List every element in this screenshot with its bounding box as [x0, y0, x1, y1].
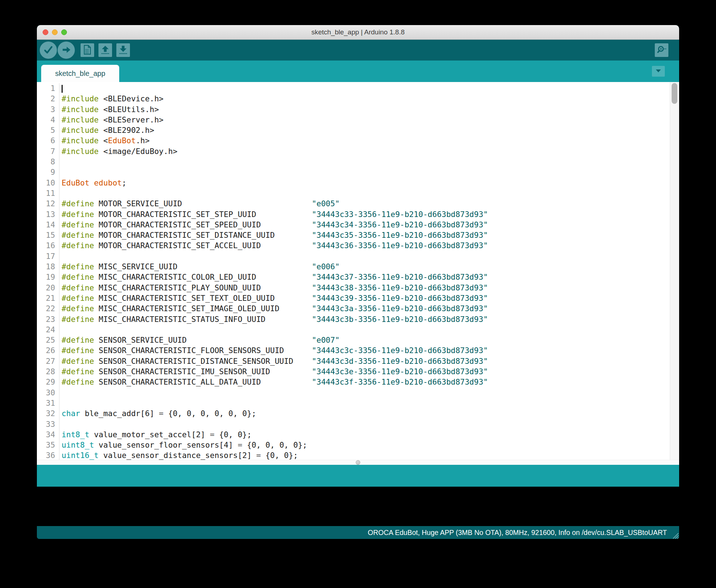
vertical-scrollbar[interactable] — [670, 82, 679, 460]
code-token — [261, 241, 312, 250]
document-icon — [83, 45, 92, 56]
code-line: 3#include <BLEUtils.h> — [37, 104, 670, 115]
code-token: #define — [62, 220, 94, 229]
console-output — [37, 487, 679, 526]
code-token: #define — [62, 273, 94, 281]
line-number: 33 — [37, 419, 59, 429]
code-token: EduBot edubot — [62, 178, 122, 187]
check-icon — [43, 44, 54, 56]
code-token: uint8_t — [62, 440, 94, 449]
code-token: int8_t — [62, 430, 90, 439]
save-button[interactable] — [116, 43, 130, 57]
code-line: 16#define MOTOR_CHARACTERISTIC_SET_ACCEL… — [37, 240, 670, 251]
code-line: 9 — [37, 167, 670, 177]
line-number: 24 — [37, 324, 59, 335]
code-token: SENSOR_SERVICE_UUID — [94, 336, 187, 344]
code-token: #include — [62, 115, 99, 124]
code-line: 12#define MOTOR_SERVICE_UUID "e005" — [37, 198, 670, 209]
code-token: SENSOR_CHARACTERISTIC_IMU_SENSOR_UUID — [94, 367, 270, 376]
code-token: #define — [62, 315, 94, 324]
code-text — [59, 387, 62, 398]
new-sketch-button[interactable] — [81, 43, 94, 57]
code-text — [59, 188, 62, 198]
splitter-handle-dot[interactable] — [356, 460, 361, 465]
code-text: #define MISC_CHARACTERISTIC_STATUS_INFO_… — [59, 314, 488, 324]
code-line: 32char ble_mac_addr[6] = {0, 0, 0, 0, 0,… — [37, 408, 670, 419]
code-token — [261, 377, 312, 386]
code-line: 31 — [37, 398, 670, 408]
code-token: MOTOR_CHARACTERISTIC_SET_SPEED_UUID — [94, 220, 261, 229]
arduino-ide-window: sketch_ble_app | Arduino 1.8.8 — [37, 25, 679, 539]
arrow-up-icon — [100, 44, 111, 56]
code-line: 29#define SENSOR_CHARACTERISTIC_ALL_DATA… — [37, 377, 670, 387]
code-line: 22#define MISC_CHARACTERISTIC_SET_IMAGE_… — [37, 303, 670, 314]
serial-monitor-button[interactable] — [655, 43, 668, 57]
code-text: #define MOTOR_CHARACTERISTIC_SET_SPEED_U… — [59, 220, 488, 230]
code-token: "34443c3a-3356-11e9-b210-d663bd873d93" — [312, 304, 488, 313]
close-button[interactable] — [43, 29, 48, 35]
code-token — [256, 273, 312, 281]
status-bar: OROCA EduBot, Huge APP (3MB No OTA), 80M… — [37, 526, 679, 539]
code-token: ; — [122, 178, 126, 187]
line-number: 27 — [37, 356, 59, 366]
open-button[interactable] — [98, 43, 112, 57]
code-line: 10EduBot edubot; — [37, 178, 670, 188]
code-token: #include — [62, 136, 99, 145]
tab-bar: sketch_ble_app — [37, 61, 679, 82]
line-number: 26 — [37, 345, 59, 356]
code-line: 30 — [37, 387, 670, 398]
line-number: 34 — [37, 429, 59, 440]
code-token: char — [62, 409, 80, 418]
code-editor[interactable]: 12#include <BLEDevice.h>3#include <BLEUt… — [37, 82, 679, 460]
code-token — [187, 336, 312, 344]
code-text: #define MISC_CHARACTERISTIC_COLOR_LED_UU… — [59, 272, 488, 282]
code-token: {0, 0, 0, 0}; — [242, 440, 307, 449]
code-token: "34443c3d-3356-11e9-b210-d663bd873d93" — [312, 357, 488, 366]
code-token — [261, 220, 312, 229]
code-token: #define — [62, 231, 94, 240]
code-line: 11 — [37, 188, 670, 198]
verify-button[interactable] — [40, 42, 57, 59]
code-line: 28#define SENSOR_CHARACTERISTIC_IMU_SENS… — [37, 366, 670, 377]
code-area[interactable]: 12#include <BLEDevice.h>3#include <BLEUt… — [37, 82, 670, 460]
scrollbar-thumb[interactable] — [672, 83, 677, 104]
code-token: <BLEUtils.h> — [99, 105, 159, 114]
minimize-button[interactable] — [52, 29, 58, 35]
code-token: value_sensor_distance_sensors[2] — [99, 451, 256, 460]
code-text: #define SENSOR_SERVICE_UUID "e007" — [59, 335, 340, 345]
code-token: = — [256, 451, 261, 460]
code-text: #define MOTOR_CHARACTERISTIC_SET_ACCEL_U… — [59, 240, 488, 251]
upload-button[interactable] — [58, 42, 75, 59]
zoom-button[interactable] — [61, 29, 67, 35]
code-text: #include <BLEServer.h> — [59, 115, 164, 125]
line-number: 20 — [37, 283, 59, 293]
line-number: 19 — [37, 272, 59, 282]
code-text — [59, 398, 62, 408]
tab-menu-button[interactable] — [652, 66, 665, 77]
code-text — [59, 156, 62, 167]
code-text — [59, 167, 62, 177]
code-token — [275, 231, 312, 240]
titlebar[interactable]: sketch_ble_app | Arduino 1.8.8 — [37, 25, 679, 40]
line-number: 14 — [37, 220, 59, 230]
code-text: uint16_t value_sensor_distance_sensors[2… — [59, 450, 298, 460]
editor-console-splitter[interactable] — [37, 460, 679, 465]
resize-grip[interactable] — [671, 531, 679, 539]
code-token — [275, 294, 312, 303]
code-token: {0, 0}; — [214, 430, 252, 439]
code-token: MOTOR_CHARACTERISTIC_SET_DISTANCE_UUID — [94, 231, 275, 240]
tab-sketch-ble-app[interactable]: sketch_ble_app — [41, 65, 119, 82]
code-line: 36uint16_t value_sensor_distance_sensors… — [37, 450, 670, 460]
code-token: "34443c36-3356-11e9-b210-d663bd873d93" — [312, 241, 488, 250]
magnifier-icon — [656, 44, 667, 56]
line-number: 13 — [37, 209, 59, 220]
code-text — [59, 83, 63, 93]
code-token: MISC_CHARACTERISTIC_SET_IMAGE_OLED_UUID — [94, 304, 280, 313]
board-status-text: OROCA EduBot, Huge APP (3MB No OTA), 80M… — [368, 529, 667, 537]
line-number: 7 — [37, 146, 59, 156]
code-token: "34443c3e-3356-11e9-b210-d663bd873d93" — [312, 367, 488, 376]
window-title: sketch_ble_app | Arduino 1.8.8 — [311, 28, 405, 36]
line-number: 8 — [37, 156, 59, 167]
code-token: "34443c35-3356-11e9-b210-d663bd873d93" — [312, 231, 488, 240]
code-token: #include — [62, 126, 99, 135]
